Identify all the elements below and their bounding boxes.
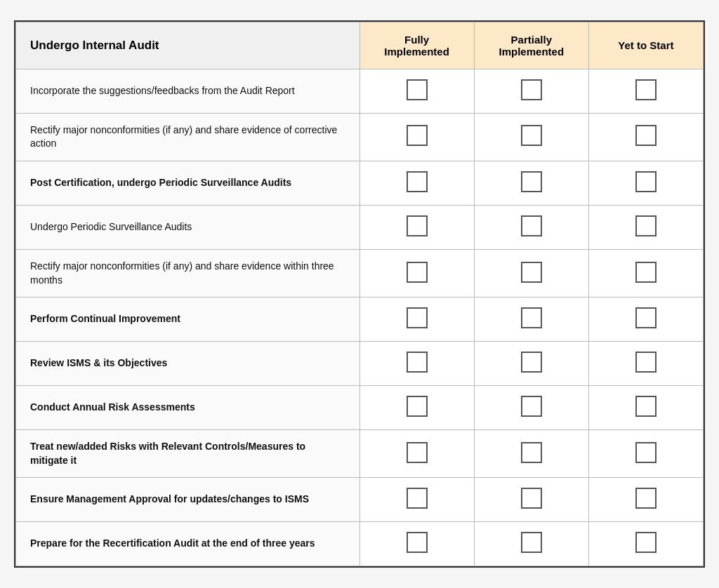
checkbox-box-partially[interactable] bbox=[521, 262, 542, 283]
checkbox-box-fully[interactable] bbox=[407, 307, 428, 328]
checkbox-box-fully[interactable] bbox=[407, 171, 428, 192]
checkbox-fully-implemented[interactable] bbox=[360, 161, 474, 205]
checkbox-yet-to-start[interactable] bbox=[588, 386, 703, 430]
checkbox-box-yet[interactable] bbox=[635, 532, 657, 553]
checkbox-yet-to-start[interactable] bbox=[588, 69, 703, 113]
checkbox-box-fully[interactable] bbox=[407, 442, 428, 463]
checkbox-box-yet[interactable] bbox=[635, 396, 657, 417]
table-row: Incorporate the suggestions/feedbacks fr… bbox=[16, 69, 704, 113]
row-label: Post Certification, undergo Periodic Sur… bbox=[16, 161, 360, 205]
checkbox-partially-implemented[interactable] bbox=[474, 69, 588, 113]
col-header-yet: Yet to Start bbox=[588, 22, 703, 69]
checkbox-partially-implemented[interactable] bbox=[474, 113, 588, 161]
checkbox-fully-implemented[interactable] bbox=[360, 249, 474, 297]
checkbox-fully-implemented[interactable] bbox=[360, 205, 474, 249]
checkbox-partially-implemented[interactable] bbox=[474, 342, 588, 386]
table-row: Perform Continual Improvement bbox=[16, 298, 704, 342]
checkbox-yet-to-start[interactable] bbox=[588, 430, 703, 478]
checkbox-box-partially[interactable] bbox=[521, 79, 542, 100]
checkbox-yet-to-start[interactable] bbox=[588, 249, 703, 297]
checkbox-box-partially[interactable] bbox=[521, 171, 542, 192]
checkbox-box-fully[interactable] bbox=[407, 262, 428, 283]
table-row: Undergo Periodic Surveillance Audits bbox=[16, 205, 704, 249]
col-header-fully: Fully Implemented bbox=[360, 22, 474, 69]
checkbox-box-yet[interactable] bbox=[635, 79, 657, 100]
checkbox-box-yet[interactable] bbox=[635, 488, 657, 509]
checkbox-fully-implemented[interactable] bbox=[360, 430, 474, 478]
checkbox-box-yet[interactable] bbox=[635, 215, 657, 236]
checkbox-box-partially[interactable] bbox=[521, 125, 542, 146]
checkbox-box-partially[interactable] bbox=[521, 396, 542, 417]
checkbox-partially-implemented[interactable] bbox=[474, 205, 588, 249]
checkbox-yet-to-start[interactable] bbox=[588, 298, 703, 342]
checkbox-box-partially[interactable] bbox=[521, 442, 542, 463]
row-label: Review ISMS & its Objectives bbox=[16, 342, 360, 386]
checkbox-yet-to-start[interactable] bbox=[588, 113, 703, 161]
table-row: Prepare for the Recertification Audit at… bbox=[16, 522, 704, 566]
checkbox-box-partially[interactable] bbox=[521, 307, 542, 328]
table-row: Review ISMS & its Objectives bbox=[16, 342, 704, 386]
checkbox-box-yet[interactable] bbox=[635, 352, 657, 373]
checkbox-box-yet[interactable] bbox=[635, 262, 657, 283]
row-label: Prepare for the Recertification Audit at… bbox=[16, 522, 360, 566]
checkbox-box-yet[interactable] bbox=[635, 307, 657, 328]
checkbox-fully-implemented[interactable] bbox=[360, 522, 474, 566]
checkbox-box-fully[interactable] bbox=[407, 396, 428, 417]
checkbox-partially-implemented[interactable] bbox=[474, 430, 588, 478]
table-row: Treat new/added Risks with Relevant Cont… bbox=[16, 430, 704, 478]
row-label: Undergo Periodic Surveillance Audits bbox=[16, 205, 360, 249]
checkbox-fully-implemented[interactable] bbox=[360, 478, 474, 522]
checkbox-box-yet[interactable] bbox=[635, 125, 657, 146]
checkbox-yet-to-start[interactable] bbox=[588, 342, 703, 386]
table-header-row: Undergo Internal Audit Fully Implemented… bbox=[16, 22, 704, 69]
checkbox-box-partially[interactable] bbox=[521, 488, 542, 509]
row-label: Conduct Annual Risk Assessments bbox=[16, 386, 360, 430]
col-header-partially: Partially Implemented bbox=[474, 22, 588, 69]
main-table-wrapper: Undergo Internal Audit Fully Implemented… bbox=[14, 20, 705, 568]
table-row: Rectify major nonconformities (if any) a… bbox=[16, 249, 704, 297]
checkbox-partially-implemented[interactable] bbox=[474, 478, 588, 522]
row-label: Rectify major nonconformities (if any) a… bbox=[16, 249, 360, 297]
checkbox-box-fully[interactable] bbox=[407, 79, 428, 100]
checkbox-partially-implemented[interactable] bbox=[474, 161, 588, 205]
checkbox-fully-implemented[interactable] bbox=[360, 342, 474, 386]
checkbox-box-fully[interactable] bbox=[407, 532, 428, 553]
row-label: Treat new/added Risks with Relevant Cont… bbox=[16, 430, 360, 478]
checkbox-yet-to-start[interactable] bbox=[588, 205, 703, 249]
checkbox-fully-implemented[interactable] bbox=[360, 113, 474, 161]
checkbox-partially-implemented[interactable] bbox=[474, 298, 588, 342]
checkbox-box-partially[interactable] bbox=[521, 215, 542, 236]
checkbox-partially-implemented[interactable] bbox=[474, 522, 588, 566]
row-label: Perform Continual Improvement bbox=[16, 298, 360, 342]
checkbox-box-yet[interactable] bbox=[635, 442, 657, 463]
table-row: Ensure Management Approval for updates/c… bbox=[16, 478, 704, 522]
col-header-main: Undergo Internal Audit bbox=[16, 22, 360, 69]
checkbox-box-fully[interactable] bbox=[407, 215, 428, 236]
row-label: Ensure Management Approval for updates/c… bbox=[16, 478, 360, 522]
checkbox-yet-to-start[interactable] bbox=[588, 522, 703, 566]
checkbox-box-partially[interactable] bbox=[521, 532, 542, 553]
checkbox-fully-implemented[interactable] bbox=[360, 69, 474, 113]
checkbox-fully-implemented[interactable] bbox=[360, 386, 474, 430]
row-label: Incorporate the suggestions/feedbacks fr… bbox=[16, 69, 360, 113]
checkbox-partially-implemented[interactable] bbox=[474, 386, 588, 430]
checkbox-box-fully[interactable] bbox=[407, 125, 428, 146]
row-label: Rectify major nonconformities (if any) a… bbox=[16, 113, 360, 161]
checkbox-box-yet[interactable] bbox=[635, 171, 657, 192]
checkbox-yet-to-start[interactable] bbox=[588, 478, 703, 522]
checkbox-yet-to-start[interactable] bbox=[588, 161, 703, 205]
table-row: Rectify major nonconformities (if any) a… bbox=[16, 113, 704, 161]
audit-table: Undergo Internal Audit Fully Implemented… bbox=[15, 22, 704, 567]
checkbox-box-fully[interactable] bbox=[407, 352, 428, 373]
table-row: Conduct Annual Risk Assessments bbox=[16, 386, 704, 430]
table-row: Post Certification, undergo Periodic Sur… bbox=[16, 161, 704, 205]
checkbox-partially-implemented[interactable] bbox=[474, 249, 588, 297]
checkbox-box-fully[interactable] bbox=[407, 488, 428, 509]
checkbox-fully-implemented[interactable] bbox=[360, 298, 474, 342]
checkbox-box-partially[interactable] bbox=[521, 352, 542, 373]
